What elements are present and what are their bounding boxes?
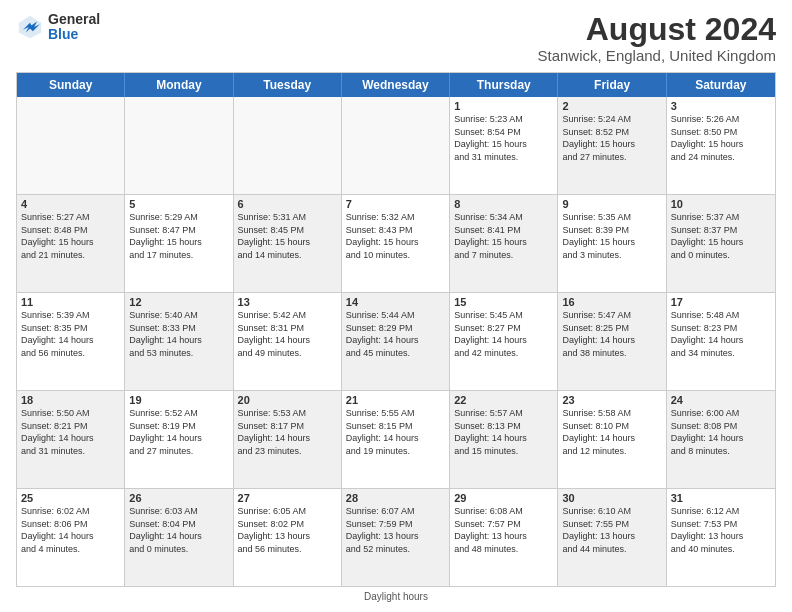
cell-info: Sunrise: 5:29 AM Sunset: 8:47 PM Dayligh… <box>129 211 228 261</box>
cal-cell-24: 24Sunrise: 6:00 AM Sunset: 8:08 PM Dayli… <box>667 391 775 488</box>
day-number: 15 <box>454 296 553 308</box>
logo-blue: Blue <box>48 27 100 42</box>
cal-cell-25: 25Sunrise: 6:02 AM Sunset: 8:06 PM Dayli… <box>17 489 125 586</box>
day-number: 6 <box>238 198 337 210</box>
cal-cell-6: 6Sunrise: 5:31 AM Sunset: 8:45 PM Daylig… <box>234 195 342 292</box>
cal-cell-31: 31Sunrise: 6:12 AM Sunset: 7:53 PM Dayli… <box>667 489 775 586</box>
cal-cell-22: 22Sunrise: 5:57 AM Sunset: 8:13 PM Dayli… <box>450 391 558 488</box>
cal-cell-4: 4Sunrise: 5:27 AM Sunset: 8:48 PM Daylig… <box>17 195 125 292</box>
cell-info: Sunrise: 6:10 AM Sunset: 7:55 PM Dayligh… <box>562 505 661 555</box>
cal-cell-9: 9Sunrise: 5:35 AM Sunset: 8:39 PM Daylig… <box>558 195 666 292</box>
cell-info: Sunrise: 6:00 AM Sunset: 8:08 PM Dayligh… <box>671 407 771 457</box>
logo-icon <box>16 13 44 41</box>
day-number: 13 <box>238 296 337 308</box>
page: General Blue August 2024 Stanwick, Engla… <box>0 0 792 612</box>
cell-info: Sunrise: 5:26 AM Sunset: 8:50 PM Dayligh… <box>671 113 771 163</box>
cal-cell-27: 27Sunrise: 6:05 AM Sunset: 8:02 PM Dayli… <box>234 489 342 586</box>
day-number: 2 <box>562 100 661 112</box>
cal-row-4: 25Sunrise: 6:02 AM Sunset: 8:06 PM Dayli… <box>17 488 775 586</box>
cell-info: Sunrise: 5:40 AM Sunset: 8:33 PM Dayligh… <box>129 309 228 359</box>
day-number: 16 <box>562 296 661 308</box>
cal-cell-empty <box>342 97 450 194</box>
cell-info: Sunrise: 5:35 AM Sunset: 8:39 PM Dayligh… <box>562 211 661 261</box>
day-number: 4 <box>21 198 120 210</box>
cal-cell-17: 17Sunrise: 5:48 AM Sunset: 8:23 PM Dayli… <box>667 293 775 390</box>
cell-info: Sunrise: 6:02 AM Sunset: 8:06 PM Dayligh… <box>21 505 120 555</box>
day-number: 14 <box>346 296 445 308</box>
day-number: 9 <box>562 198 661 210</box>
cal-cell-1: 1Sunrise: 5:23 AM Sunset: 8:54 PM Daylig… <box>450 97 558 194</box>
cal-row-0: 1Sunrise: 5:23 AM Sunset: 8:54 PM Daylig… <box>17 97 775 194</box>
cal-cell-26: 26Sunrise: 6:03 AM Sunset: 8:04 PM Dayli… <box>125 489 233 586</box>
cell-info: Sunrise: 5:48 AM Sunset: 8:23 PM Dayligh… <box>671 309 771 359</box>
day-number: 25 <box>21 492 120 504</box>
day-number: 22 <box>454 394 553 406</box>
cal-cell-empty <box>17 97 125 194</box>
cell-info: Sunrise: 5:42 AM Sunset: 8:31 PM Dayligh… <box>238 309 337 359</box>
cell-info: Sunrise: 5:55 AM Sunset: 8:15 PM Dayligh… <box>346 407 445 457</box>
main-title: August 2024 <box>538 12 776 47</box>
cell-info: Sunrise: 6:05 AM Sunset: 8:02 PM Dayligh… <box>238 505 337 555</box>
day-number: 19 <box>129 394 228 406</box>
weekday-header-wednesday: Wednesday <box>342 73 450 97</box>
cal-cell-19: 19Sunrise: 5:52 AM Sunset: 8:19 PM Dayli… <box>125 391 233 488</box>
cell-info: Sunrise: 6:12 AM Sunset: 7:53 PM Dayligh… <box>671 505 771 555</box>
day-number: 7 <box>346 198 445 210</box>
calendar-header: SundayMondayTuesdayWednesdayThursdayFrid… <box>17 73 775 97</box>
day-number: 21 <box>346 394 445 406</box>
day-number: 27 <box>238 492 337 504</box>
cal-cell-18: 18Sunrise: 5:50 AM Sunset: 8:21 PM Dayli… <box>17 391 125 488</box>
cell-info: Sunrise: 5:32 AM Sunset: 8:43 PM Dayligh… <box>346 211 445 261</box>
weekday-header-saturday: Saturday <box>667 73 775 97</box>
cell-info: Sunrise: 5:23 AM Sunset: 8:54 PM Dayligh… <box>454 113 553 163</box>
day-number: 17 <box>671 296 771 308</box>
calendar: SundayMondayTuesdayWednesdayThursdayFrid… <box>16 72 776 587</box>
cal-cell-12: 12Sunrise: 5:40 AM Sunset: 8:33 PM Dayli… <box>125 293 233 390</box>
cal-cell-11: 11Sunrise: 5:39 AM Sunset: 8:35 PM Dayli… <box>17 293 125 390</box>
cell-info: Sunrise: 6:08 AM Sunset: 7:57 PM Dayligh… <box>454 505 553 555</box>
cal-row-1: 4Sunrise: 5:27 AM Sunset: 8:48 PM Daylig… <box>17 194 775 292</box>
cal-cell-28: 28Sunrise: 6:07 AM Sunset: 7:59 PM Dayli… <box>342 489 450 586</box>
cell-info: Sunrise: 5:45 AM Sunset: 8:27 PM Dayligh… <box>454 309 553 359</box>
cell-info: Sunrise: 5:47 AM Sunset: 8:25 PM Dayligh… <box>562 309 661 359</box>
cal-cell-10: 10Sunrise: 5:37 AM Sunset: 8:37 PM Dayli… <box>667 195 775 292</box>
day-number: 1 <box>454 100 553 112</box>
cell-info: Sunrise: 5:31 AM Sunset: 8:45 PM Dayligh… <box>238 211 337 261</box>
day-number: 23 <box>562 394 661 406</box>
cal-cell-14: 14Sunrise: 5:44 AM Sunset: 8:29 PM Dayli… <box>342 293 450 390</box>
cal-row-2: 11Sunrise: 5:39 AM Sunset: 8:35 PM Dayli… <box>17 292 775 390</box>
weekday-header-sunday: Sunday <box>17 73 125 97</box>
calendar-body: 1Sunrise: 5:23 AM Sunset: 8:54 PM Daylig… <box>17 97 775 586</box>
subtitle: Stanwick, England, United Kingdom <box>538 47 776 64</box>
logo: General Blue <box>16 12 100 43</box>
cell-info: Sunrise: 6:07 AM Sunset: 7:59 PM Dayligh… <box>346 505 445 555</box>
day-number: 20 <box>238 394 337 406</box>
cal-cell-5: 5Sunrise: 5:29 AM Sunset: 8:47 PM Daylig… <box>125 195 233 292</box>
cell-info: Sunrise: 5:53 AM Sunset: 8:17 PM Dayligh… <box>238 407 337 457</box>
cell-info: Sunrise: 5:34 AM Sunset: 8:41 PM Dayligh… <box>454 211 553 261</box>
cal-cell-15: 15Sunrise: 5:45 AM Sunset: 8:27 PM Dayli… <box>450 293 558 390</box>
cal-cell-21: 21Sunrise: 5:55 AM Sunset: 8:15 PM Dayli… <box>342 391 450 488</box>
cell-info: Sunrise: 5:37 AM Sunset: 8:37 PM Dayligh… <box>671 211 771 261</box>
cell-info: Sunrise: 5:58 AM Sunset: 8:10 PM Dayligh… <box>562 407 661 457</box>
day-number: 3 <box>671 100 771 112</box>
day-number: 10 <box>671 198 771 210</box>
cell-info: Sunrise: 5:57 AM Sunset: 8:13 PM Dayligh… <box>454 407 553 457</box>
weekday-header-tuesday: Tuesday <box>234 73 342 97</box>
day-number: 24 <box>671 394 771 406</box>
cal-cell-2: 2Sunrise: 5:24 AM Sunset: 8:52 PM Daylig… <box>558 97 666 194</box>
cal-cell-16: 16Sunrise: 5:47 AM Sunset: 8:25 PM Dayli… <box>558 293 666 390</box>
cell-info: Sunrise: 5:27 AM Sunset: 8:48 PM Dayligh… <box>21 211 120 261</box>
header: General Blue August 2024 Stanwick, Engla… <box>16 12 776 64</box>
day-number: 12 <box>129 296 228 308</box>
title-block: August 2024 Stanwick, England, United Ki… <box>538 12 776 64</box>
footer-note: Daylight hours <box>16 591 776 602</box>
cal-cell-3: 3Sunrise: 5:26 AM Sunset: 8:50 PM Daylig… <box>667 97 775 194</box>
cell-info: Sunrise: 5:39 AM Sunset: 8:35 PM Dayligh… <box>21 309 120 359</box>
cell-info: Sunrise: 5:52 AM Sunset: 8:19 PM Dayligh… <box>129 407 228 457</box>
day-number: 8 <box>454 198 553 210</box>
logo-text: General Blue <box>48 12 100 43</box>
cell-info: Sunrise: 5:50 AM Sunset: 8:21 PM Dayligh… <box>21 407 120 457</box>
day-number: 11 <box>21 296 120 308</box>
weekday-header-thursday: Thursday <box>450 73 558 97</box>
